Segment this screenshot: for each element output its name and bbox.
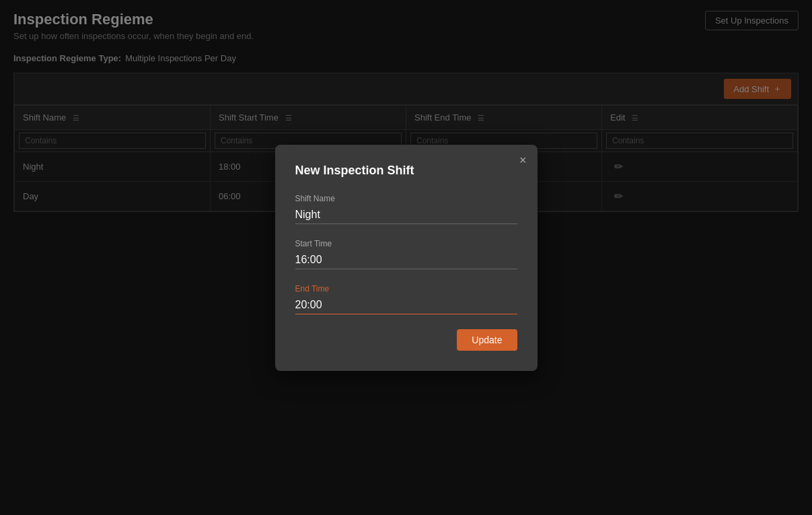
shift-name-input[interactable] — [295, 206, 517, 224]
shift-name-label: Shift Name — [295, 194, 517, 203]
end-time-input[interactable] — [295, 296, 517, 314]
shift-name-field: Shift Name — [295, 194, 517, 224]
end-time-label: End Time — [295, 284, 517, 294]
start-time-field: Start Time — [295, 239, 517, 269]
start-time-label: Start Time — [295, 239, 517, 248]
modal-overlay: × New Inspection Shift Shift Name Start … — [0, 0, 812, 515]
modal-footer: Update — [295, 329, 517, 351]
end-time-field: End Time — [295, 284, 517, 314]
modal-close-button[interactable]: × — [519, 154, 527, 166]
modal-title: New Inspection Shift — [295, 164, 517, 178]
update-button[interactable]: Update — [457, 329, 517, 351]
new-inspection-shift-modal: × New Inspection Shift Shift Name Start … — [275, 145, 538, 371]
start-time-input[interactable] — [295, 251, 517, 269]
